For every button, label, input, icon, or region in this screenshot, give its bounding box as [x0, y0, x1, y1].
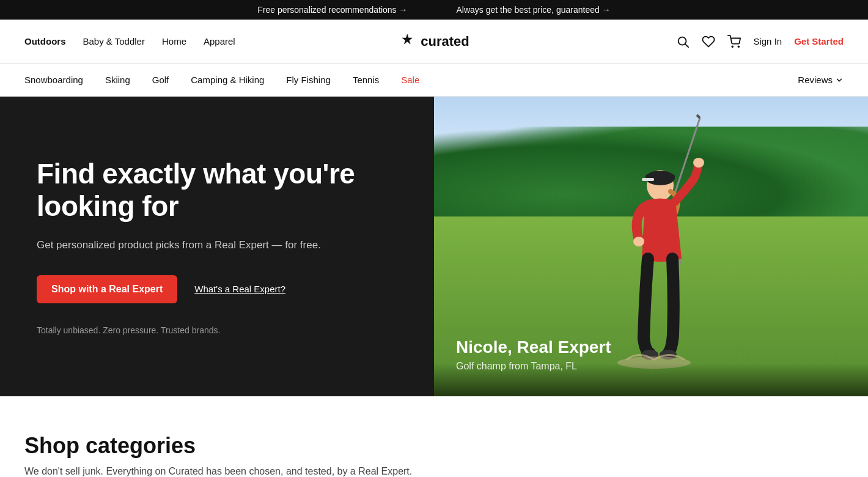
search-icon — [676, 35, 690, 48]
chevron-down-icon — [835, 76, 844, 84]
nav-item-outdoors[interactable]: Outdoors — [24, 36, 66, 46]
hero-content: Find exactly what you're looking for Get… — [0, 97, 434, 396]
nav-left: Outdoors Baby & Toddler Home Apparel — [24, 36, 235, 46]
svg-point-2 — [732, 46, 734, 47]
expert-info-overlay: Nicole, Real Expert Golf champ from Tamp… — [434, 313, 868, 396]
get-started-link[interactable]: Get Started — [794, 36, 844, 46]
expert-desc: Golf champ from Tampa, FL — [456, 361, 846, 372]
cat-golf[interactable]: Golf — [152, 75, 169, 85]
logo-text: curated — [421, 34, 469, 50]
logo-icon — [399, 33, 416, 50]
nav-item-home[interactable]: Home — [162, 36, 186, 46]
cat-tennis[interactable]: Tennis — [353, 75, 379, 85]
cat-skiing[interactable]: Skiing — [105, 75, 130, 85]
expert-name: Nicole, Real Expert — [456, 338, 846, 357]
cart-icon — [727, 35, 741, 48]
logo[interactable]: curated — [399, 33, 469, 50]
hero-section: Find exactly what you're looking for Get… — [0, 97, 868, 396]
main-nav: Outdoors Baby & Toddler Home Apparel cur… — [0, 20, 868, 64]
shop-categories-subtext: We don't sell junk. Everything on Curate… — [24, 466, 844, 477]
reviews-button[interactable]: Reviews — [798, 75, 844, 85]
promo-link-1[interactable]: Free personalized recommendations → — [257, 5, 407, 15]
svg-line-1 — [686, 44, 689, 47]
cat-sale[interactable]: Sale — [401, 75, 419, 85]
reviews-label: Reviews — [798, 75, 833, 85]
promo-text-1: Free personalized recommendations → — [257, 5, 407, 15]
hero-cta-group: Shop with a Real Expert What's a Real Ex… — [37, 275, 397, 303]
hero-subtitle: Get personalized product picks from a Re… — [37, 237, 397, 253]
what-is-expert-link[interactable]: What's a Real Expert? — [194, 284, 285, 294]
hero-image-panel: Nicole, Real Expert Golf champ from Tamp… — [434, 97, 868, 396]
cat-fly-fishing[interactable]: Fly Fishing — [286, 75, 331, 85]
category-nav: Snowboarding Skiing Golf Camping & Hikin… — [0, 64, 868, 97]
nav-right: Sign In Get Started — [676, 35, 844, 48]
svg-point-10 — [633, 237, 644, 246]
nav-item-apparel[interactable]: Apparel — [204, 36, 235, 46]
promo-link-2[interactable]: Always get the best price, guaranteed → — [456, 5, 610, 15]
heart-icon — [702, 35, 715, 48]
wishlist-button[interactable] — [702, 35, 715, 48]
cat-camping[interactable]: Camping & Hiking — [191, 75, 264, 85]
svg-line-4 — [697, 115, 700, 118]
shop-categories-section: Shop categories We don't sell junk. Ever… — [0, 396, 868, 477]
hero-heading: Find exactly what you're looking for — [37, 158, 397, 223]
nav-item-baby[interactable]: Baby & Toddler — [83, 36, 145, 46]
shop-expert-button[interactable]: Shop with a Real Expert — [37, 275, 177, 303]
sign-in-link[interactable]: Sign In — [753, 36, 782, 46]
svg-rect-8 — [642, 178, 654, 181]
svg-point-9 — [693, 158, 704, 168]
cat-snowboarding[interactable]: Snowboarding — [24, 75, 83, 85]
search-button[interactable] — [676, 35, 690, 48]
svg-point-3 — [738, 46, 740, 47]
hero-tagline: Totally unbiased. Zero pressure. Trusted… — [37, 325, 397, 335]
hero-photo: Nicole, Real Expert Golf champ from Tamp… — [434, 97, 868, 396]
announcement-bar: Free personalized recommendations → Alwa… — [0, 0, 868, 20]
cart-button[interactable] — [727, 35, 741, 48]
promo-text-2: Always get the best price, guaranteed → — [456, 5, 610, 15]
shop-categories-heading: Shop categories — [24, 433, 844, 459]
